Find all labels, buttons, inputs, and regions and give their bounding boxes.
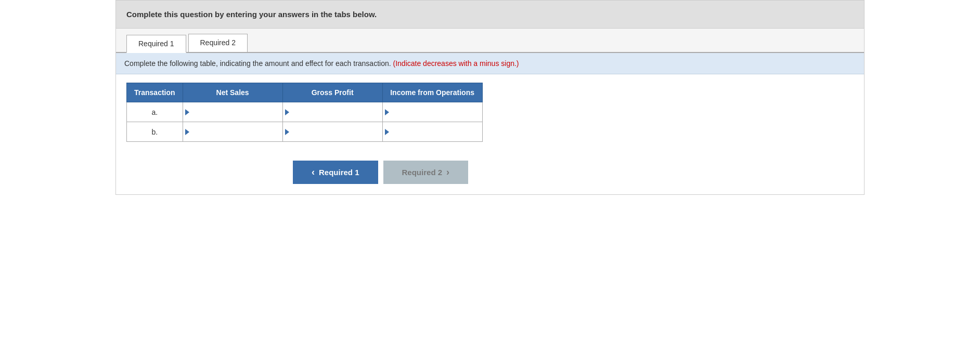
row-b-label: b. bbox=[127, 122, 183, 142]
description-red: (Indicate decreases with a minus sign.) bbox=[393, 59, 519, 68]
row-b-income-ops-cell[interactable] bbox=[382, 122, 482, 142]
row-a-income-ops-input[interactable] bbox=[383, 102, 482, 122]
col-header-gross-profit: Gross Profit bbox=[282, 83, 382, 102]
instruction-text: Complete this question by entering your … bbox=[126, 10, 377, 19]
row-a-net-sales-input[interactable] bbox=[183, 102, 282, 122]
instruction-bar: Complete this question by entering your … bbox=[116, 1, 864, 29]
data-table: Transaction Net Sales Gross Profit Incom… bbox=[126, 83, 483, 142]
tab-required1[interactable]: Required 1 bbox=[126, 35, 186, 53]
table-row: b. bbox=[127, 122, 483, 142]
required1-button-label: Required 1 bbox=[319, 168, 359, 177]
row-b-net-sales-input[interactable] bbox=[183, 122, 282, 141]
buttons-row: Required 1 Required 2 bbox=[282, 150, 864, 194]
row-b-gross-profit-cell[interactable] bbox=[282, 122, 382, 142]
indicator-icon bbox=[185, 109, 189, 115]
row-b-net-sales-cell[interactable] bbox=[183, 122, 282, 142]
row-a-income-ops-cell[interactable] bbox=[382, 102, 482, 122]
main-container: Complete this question by entering your … bbox=[115, 0, 865, 195]
row-b-gross-profit-input[interactable] bbox=[283, 122, 382, 141]
row-a-label: a. bbox=[127, 102, 183, 122]
row-b-income-ops-input[interactable] bbox=[383, 122, 482, 141]
required2-button[interactable]: Required 2 bbox=[383, 161, 469, 184]
content-area: Complete the following table, indicating… bbox=[116, 53, 864, 194]
indicator-icon bbox=[385, 109, 389, 115]
required2-button-label: Required 2 bbox=[402, 168, 443, 177]
tabs-row: Required 1 Required 2 bbox=[116, 29, 864, 53]
description-static: Complete the following table, indicating… bbox=[124, 59, 391, 68]
row-a-gross-profit-cell[interactable] bbox=[282, 102, 382, 122]
col-header-transaction: Transaction bbox=[127, 83, 183, 102]
required1-button[interactable]: Required 1 bbox=[293, 161, 378, 184]
table-container: Transaction Net Sales Gross Profit Incom… bbox=[116, 74, 864, 150]
col-header-income-from-ops: Income from Operations bbox=[382, 83, 482, 102]
indicator-icon bbox=[185, 129, 189, 135]
chevron-right-icon bbox=[446, 167, 449, 178]
col-header-net-sales: Net Sales bbox=[183, 83, 282, 102]
indicator-icon bbox=[385, 129, 389, 135]
tab-required2[interactable]: Required 2 bbox=[188, 34, 248, 52]
row-a-gross-profit-input[interactable] bbox=[283, 102, 382, 122]
table-row: a. bbox=[127, 102, 483, 122]
description-bar: Complete the following table, indicating… bbox=[116, 53, 864, 74]
indicator-icon bbox=[285, 109, 289, 115]
indicator-icon bbox=[285, 129, 289, 135]
row-a-net-sales-cell[interactable] bbox=[183, 102, 282, 122]
chevron-left-icon bbox=[312, 167, 315, 178]
